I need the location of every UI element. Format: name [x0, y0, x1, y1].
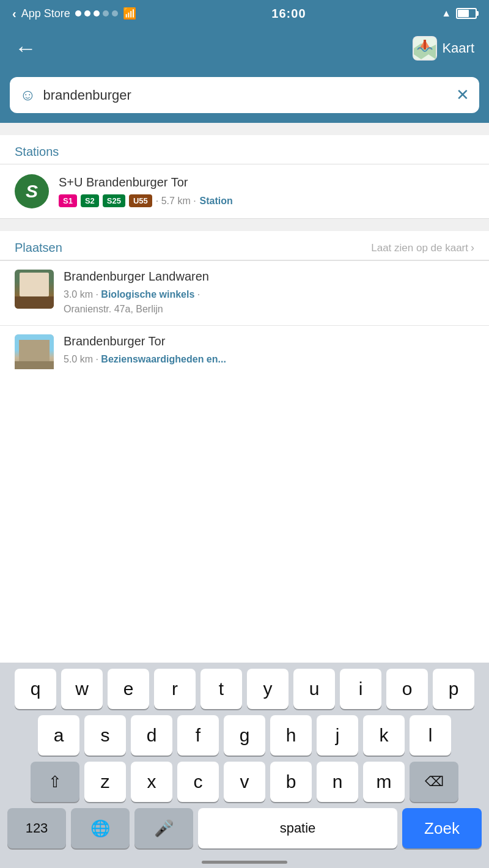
- search-clear-button[interactable]: ✕: [456, 86, 469, 105]
- back-button[interactable]: ←: [15, 37, 37, 59]
- status-bar: ‹ App Store 📶 16:00 ▲: [0, 0, 489, 27]
- place-address-landwaren: Oranienstr. 47a, Berlijn: [64, 304, 163, 314]
- key-123[interactable]: 123: [7, 808, 66, 848]
- map-label: Kaart: [442, 40, 474, 56]
- station-meta: S1 S2 S25 U55 · 5.7 km · Station: [59, 194, 474, 207]
- place-dist-landwaren: 3.0 km ·: [64, 289, 101, 300]
- place-item-landwaren[interactable]: Brandenburger Landwaren 3.0 km · Biologi…: [0, 260, 489, 325]
- place-category-tor: Bezienswaardigheden en...: [101, 354, 226, 364]
- time-display: 16:00: [271, 7, 306, 21]
- keyboard-row-1: q w e r t y u i o p: [4, 669, 485, 709]
- place-info-tor: Brandenburger Tor 5.0 km · Bezienswaardi…: [64, 334, 474, 367]
- key-v[interactable]: v: [224, 762, 265, 802]
- key-t[interactable]: t: [200, 669, 242, 709]
- key-p[interactable]: p: [433, 669, 474, 709]
- key-c[interactable]: c: [177, 762, 219, 802]
- key-space[interactable]: spatie: [198, 808, 397, 848]
- search-input[interactable]: [43, 87, 449, 103]
- station-item[interactable]: S S+U Brandenburger Tor S1 S2 S25 U55 · …: [0, 164, 489, 218]
- key-y[interactable]: y: [247, 669, 289, 709]
- key-s[interactable]: s: [84, 715, 126, 756]
- search-container: ☺ ✕: [0, 70, 489, 123]
- place-thumb-tor: [15, 334, 54, 369]
- place-name-tor: Brandenburger Tor: [64, 334, 474, 348]
- place-info-landwaren: Brandenburger Landwaren 3.0 km · Biologi…: [64, 270, 474, 317]
- map-button[interactable]: Kaart: [413, 36, 474, 61]
- show-on-map-button[interactable]: Laat zien op de kaart ›: [371, 241, 474, 254]
- key-n[interactable]: n: [317, 762, 358, 802]
- key-r[interactable]: r: [154, 669, 196, 709]
- key-d[interactable]: d: [131, 715, 172, 756]
- station-name: S+U Brandenburger Tor: [59, 175, 474, 189]
- line-badge-s2: S2: [81, 194, 99, 207]
- key-globe[interactable]: 🌐: [71, 808, 130, 848]
- show-on-map-label: Laat zien op de kaart: [371, 242, 468, 254]
- place-item-tor[interactable]: Brandenburger Tor 5.0 km · Bezienswaardi…: [0, 325, 489, 369]
- location-icon: ▲: [441, 8, 451, 19]
- home-bar: [202, 861, 287, 864]
- plaatsen-header: Plaatsen Laat zien op de kaart ›: [0, 231, 489, 260]
- place-meta-landwaren: 3.0 km · Biologische winkels · Oranienst…: [64, 287, 474, 317]
- search-bar: ☺ ✕: [10, 77, 479, 113]
- shift-arrow-icon: ⇧: [48, 773, 62, 792]
- content-area: Stations S S+U Brandenburger Tor S1 S2 S…: [0, 123, 489, 369]
- key-j[interactable]: j: [317, 715, 358, 756]
- carrier-label: App Store: [21, 7, 70, 20]
- battery-icon: [456, 8, 477, 19]
- stations-section-header: Stations: [0, 135, 489, 164]
- key-mic[interactable]: 🎤: [134, 808, 193, 848]
- status-right: ▲: [441, 8, 477, 19]
- key-search[interactable]: Zoek: [402, 808, 482, 848]
- line-badge-u55: U55: [129, 194, 152, 207]
- key-k[interactable]: k: [363, 715, 405, 756]
- line-badge-s1: S1: [59, 194, 77, 207]
- keyboard-row-3: ⇧ z x c v b n m ⌫: [4, 762, 485, 802]
- station-logo: S: [15, 174, 49, 208]
- dot-1: [75, 10, 81, 17]
- signal-dots: [75, 10, 118, 17]
- key-w[interactable]: w: [61, 669, 103, 709]
- back-chevron-icon: ‹: [12, 7, 17, 21]
- station-info: S+U Brandenburger Tor S1 S2 S25 U55 · 5.…: [59, 175, 474, 207]
- section-gap-2: [0, 219, 489, 231]
- key-q[interactable]: q: [15, 669, 56, 709]
- shift-key[interactable]: ⇧: [31, 762, 79, 802]
- map-icon: [413, 36, 437, 61]
- dot-5: [112, 10, 118, 17]
- keyboard-row-4: 123 🌐 🎤 spatie Zoek: [4, 808, 485, 848]
- keyboard-rows: q w e r t y u i o p a s d f g h j k l ⇧: [0, 663, 489, 856]
- key-e[interactable]: e: [108, 669, 149, 709]
- place-name-landwaren: Brandenburger Landwaren: [64, 270, 474, 284]
- show-on-map-chevron-icon: ›: [471, 241, 474, 254]
- key-f[interactable]: f: [177, 715, 219, 756]
- station-distance: · 5.7 km ·: [156, 196, 196, 207]
- key-x[interactable]: x: [131, 762, 172, 802]
- station-type-link[interactable]: Station: [200, 196, 233, 207]
- delete-key[interactable]: ⌫: [410, 762, 458, 802]
- key-m[interactable]: m: [363, 762, 405, 802]
- key-i[interactable]: i: [340, 669, 381, 709]
- key-l[interactable]: l: [410, 715, 451, 756]
- key-g[interactable]: g: [224, 715, 265, 756]
- station-logo-text: S: [26, 181, 38, 202]
- keyboard-row-2: a s d f g h j k l: [4, 715, 485, 756]
- header-nav: ← Kaart: [0, 27, 489, 70]
- key-o[interactable]: o: [386, 669, 428, 709]
- section-gap-1: [0, 123, 489, 135]
- stations-title: Stations: [15, 145, 59, 158]
- status-left: ‹ App Store 📶: [12, 7, 136, 21]
- key-z[interactable]: z: [84, 762, 126, 802]
- key-u[interactable]: u: [293, 669, 335, 709]
- dot-3: [94, 10, 100, 17]
- keyboard: q w e r t y u i o p a s d f g h j k l ⇧: [0, 663, 489, 868]
- search-icon: ☺: [20, 86, 36, 105]
- place-thumb-landwaren: [15, 270, 54, 309]
- place-meta-tor: 5.0 km · Bezienswaardigheden en...: [64, 352, 474, 367]
- wifi-icon: 📶: [123, 7, 136, 20]
- home-indicator: [0, 856, 489, 868]
- place-category-landwaren: Biologische winkels: [101, 289, 194, 300]
- key-b[interactable]: b: [270, 762, 312, 802]
- key-h[interactable]: h: [270, 715, 312, 756]
- place-dist-tor: 5.0 km ·: [64, 354, 101, 364]
- key-a[interactable]: a: [38, 715, 79, 756]
